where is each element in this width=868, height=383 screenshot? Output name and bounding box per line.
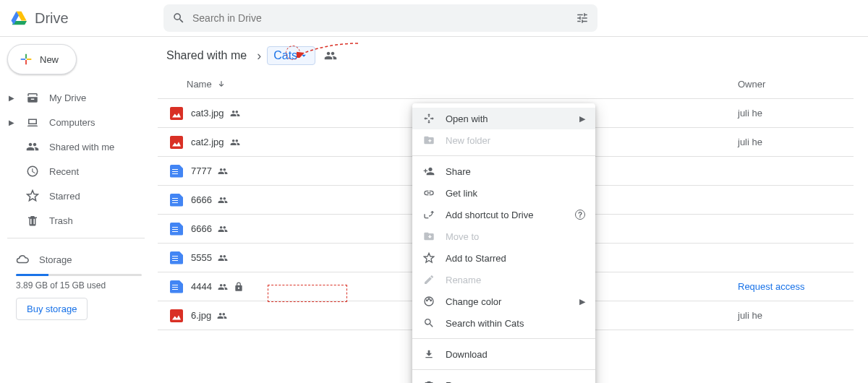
search-options-icon[interactable] (576, 12, 589, 25)
table-header: Name Owner (158, 70, 854, 99)
person-add-icon (422, 165, 435, 177)
sidebar: New ▶ My Drive ▶ Computers Shared with m… (0, 37, 153, 383)
storage-used-text: 3.89 GB of 15 GB used (16, 280, 142, 291)
chevron-right-icon: ▶ (579, 297, 585, 306)
docs-file-icon (170, 251, 183, 264)
nav-trash[interactable]: Trash (7, 209, 153, 232)
breadcrumb: Shared with me › Cats (158, 41, 854, 70)
file-name: 4444 (191, 281, 212, 292)
ctx-add-shortcut[interactable]: Add shortcut to Drive ? (412, 204, 595, 225)
app-header: Drive (0, 0, 868, 36)
nav-label: My Drive (49, 92, 86, 103)
shared-icon (230, 108, 240, 119)
shared-icon (218, 282, 228, 292)
col-header-owner[interactable]: Owner (738, 79, 846, 90)
storage-section: Storage 3.89 GB of 15 GB used Buy storag… (7, 248, 153, 320)
ctx-new-folder: New folder (412, 129, 595, 151)
breadcrumb-parent[interactable]: Shared with me (162, 46, 251, 65)
ctx-change-color[interactable]: Change color ▶ (412, 291, 595, 312)
logo-area[interactable]: Drive (9, 8, 153, 28)
search-icon (172, 12, 185, 25)
docs-file-icon (170, 165, 183, 178)
trash-icon (422, 379, 435, 383)
ctx-move-to: Move to (412, 225, 595, 247)
drive-icon (26, 91, 39, 104)
ctx-share[interactable]: Share (412, 160, 595, 182)
storage-bar (16, 274, 142, 276)
shared-icon (218, 166, 228, 176)
nav-label: Trash (49, 215, 73, 226)
file-owner: juli he (738, 310, 846, 321)
file-owner[interactable]: Request access (738, 281, 846, 292)
svg-point-3 (430, 300, 432, 301)
clock-icon (26, 165, 39, 178)
move-to-icon (422, 231, 435, 242)
people-icon (26, 140, 39, 153)
nav-computers[interactable]: ▶ Computers (7, 111, 153, 134)
file-owner: juli he (738, 108, 846, 119)
image-file-icon (170, 309, 183, 322)
new-folder-icon (422, 134, 435, 146)
new-button-label: New (40, 54, 59, 65)
nav-label: Computers (49, 117, 95, 128)
docs-file-icon (170, 280, 183, 293)
file-name: cat3.jpg (191, 108, 224, 119)
ctx-get-link[interactable]: Get link (412, 182, 595, 204)
file-name: 7777 (191, 165, 212, 176)
plus-icon (18, 51, 34, 67)
nav-storage[interactable]: Storage (16, 248, 142, 271)
chevron-right-icon: ▶ (7, 119, 16, 126)
shared-icon (218, 224, 228, 234)
file-name: 6666 (191, 223, 212, 234)
content-area: Shared with me › Cats Name Owner cat3.jp… (153, 37, 868, 383)
storage-label: Storage (39, 254, 72, 265)
arrow-down-icon (216, 79, 226, 90)
file-name: 5555 (191, 252, 212, 263)
ctx-rename: Rename (412, 269, 595, 291)
shared-folder-icon[interactable] (324, 49, 337, 62)
ctx-download[interactable]: Download (412, 343, 595, 365)
ctx-add-starred[interactable]: Add to Starred (412, 247, 595, 269)
docs-file-icon (170, 194, 183, 207)
ctx-search-within[interactable]: Search within Cats (412, 312, 595, 334)
open-with-icon (422, 113, 435, 124)
shared-icon (217, 311, 227, 321)
svg-point-1 (427, 300, 428, 301)
breadcrumb-current-dropdown[interactable]: Cats (267, 46, 315, 65)
new-button[interactable]: New (7, 44, 77, 74)
nav-starred[interactable]: Starred (7, 184, 153, 207)
help-icon[interactable]: ? (575, 210, 585, 220)
lock-icon (234, 282, 244, 292)
nav-label: Shared with me (49, 142, 114, 152)
docs-file-icon (170, 223, 183, 236)
drive-logo-icon (9, 8, 29, 28)
app-name: Drive (35, 10, 69, 27)
nav-my-drive[interactable]: ▶ My Drive (7, 86, 153, 109)
star-icon (422, 252, 435, 264)
search-input[interactable] (192, 12, 569, 24)
search-bar[interactable] (163, 4, 597, 32)
search-icon (422, 317, 435, 329)
add-shortcut-icon (422, 209, 435, 220)
arrow-drop-down-icon (299, 51, 309, 61)
ctx-remove[interactable]: Remove (412, 374, 595, 383)
shared-icon (230, 137, 240, 147)
nav-label: Recent (49, 166, 79, 177)
nav-recent[interactable]: Recent (7, 160, 153, 183)
nav-label: Starred (49, 191, 80, 202)
nav-shared[interactable]: Shared with me (7, 135, 153, 158)
shared-icon (218, 195, 228, 205)
file-name: cat2.jpg (191, 137, 224, 147)
ctx-open-with[interactable]: Open with ▶ (412, 108, 595, 129)
svg-point-2 (428, 298, 430, 300)
buy-storage-button[interactable]: Buy storage (16, 298, 88, 320)
image-file-icon (170, 136, 183, 149)
chevron-right-icon: ▶ (7, 94, 16, 102)
file-name: 6.jpg (191, 310, 211, 321)
chevron-right-icon: ▶ (579, 114, 585, 124)
download-icon (422, 348, 435, 360)
link-icon (422, 187, 435, 199)
shared-icon (218, 253, 228, 263)
col-header-name[interactable]: Name (187, 79, 738, 90)
laptop-icon (26, 116, 39, 129)
